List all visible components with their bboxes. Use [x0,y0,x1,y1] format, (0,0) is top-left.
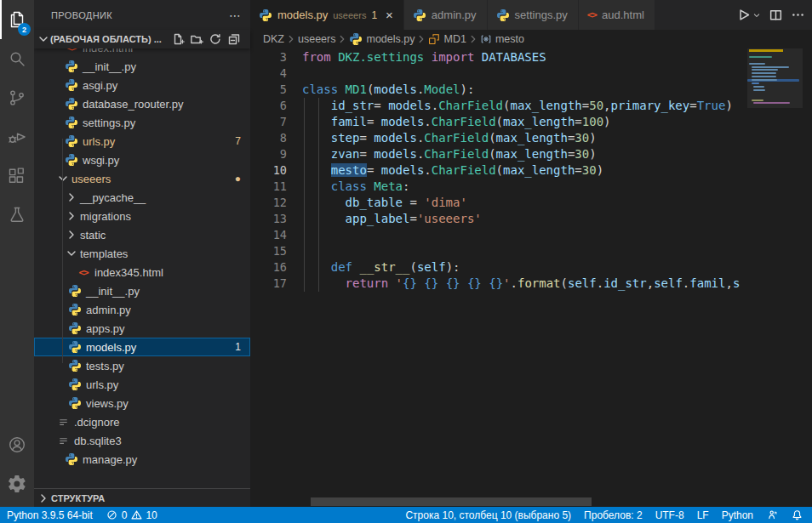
tree-item-label: wsgi.py [83,154,119,167]
tree-item-useeers[interactable]: useeers● [34,169,250,188]
tree-item-migrations[interactable]: migrations [34,207,250,225]
tree-item-admin.py[interactable]: admin.py [34,300,250,319]
tree-item-urls.py[interactable]: urls.py [34,375,250,394]
code-line-8[interactable]: 8 step= models.CharField(max_length=30) [250,130,747,146]
tree-item-templates[interactable]: templates [34,244,250,263]
activitybar-run-and-debug[interactable] [0,117,34,156]
breadcrumb-item-mesto[interactable]: mesto [480,33,524,45]
new-file-icon[interactable] [170,31,186,47]
line-content: return '{} {} {} {} {}'.format(self.id_s… [302,276,740,292]
tree-item-manage.py[interactable]: manage.py [34,450,250,469]
tree-item-asgi.py[interactable]: asgi.py [34,76,250,94]
tab-models-py[interactable]: models.pyuseeers1× [250,0,404,30]
line-number: 11 [250,179,287,195]
filelines-icon [56,434,70,447]
code-line-14[interactable]: 14 [250,227,747,243]
status-cursor-position[interactable]: Строка 10, столбец 10 (выбрано 5) [405,509,571,521]
collapse-all-icon[interactable] [226,31,242,47]
code-line-13[interactable]: 13 app_label='useeers' [250,211,747,227]
code-line-7[interactable]: 7 famil= models.CharField(max_length=100… [250,114,747,130]
more-actions-icon[interactable]: ⋯ [229,9,242,22]
tree-item-static[interactable]: static [34,225,250,244]
status-notifications[interactable] [791,509,803,521]
tree-item-index.html[interactable]: <>index.html [34,48,250,57]
tree-item-__pycache__[interactable]: __pycache__ [34,188,250,207]
status-eol[interactable]: LF [697,509,709,521]
tree-item-apps.py[interactable]: apps.py [34,319,250,338]
run-dropdown-icon[interactable] [751,6,763,25]
tree-item-settings.py[interactable]: settings.py [34,113,250,132]
activitybar-explorer[interactable]: 2 [0,0,34,39]
tree-item-tests.py[interactable]: tests.py [34,356,250,375]
new-folder-icon[interactable] [189,31,204,47]
python-icon [65,153,78,167]
line-number: 12 [250,195,287,211]
outline-section-header[interactable]: СТРУКТУРА [34,488,250,507]
tree-item-models.py[interactable]: models.py1 [34,338,250,356]
htmlfile-icon: <> [65,48,78,54]
python-icon [65,60,78,73]
activitybar-account[interactable] [0,425,34,464]
breadcrumb-item-models.py[interactable]: models.py [349,32,415,46]
code-line-4[interactable]: 4 [250,65,747,82]
horizontal-scrollbar[interactable] [311,497,592,506]
minimap-line [752,82,759,84]
tree-item-views.py[interactable]: views.py [34,394,250,412]
split-editor-icon[interactable] [766,6,785,25]
tree-item-label: admin.py [86,304,131,316]
minimap[interactable] [747,48,803,499]
status-indentation[interactable]: Пробелов: 2 [584,509,643,521]
activitybar-source-control[interactable] [0,78,34,117]
tree-item-wsgi.py[interactable]: wsgi.py [34,151,250,169]
code-line-3[interactable]: 3from DKZ.settings import DATABASES [250,49,747,65]
code-line-15[interactable]: 15 [250,243,747,259]
activitybar-settings[interactable] [0,464,34,503]
tree-item-label: useeers [71,173,111,185]
close-icon[interactable]: × [386,9,393,21]
tree-item-index345.html[interactable]: <>index345.html [34,263,250,281]
tree-item-database_roouter.py[interactable]: database_roouter.py [34,94,250,113]
code-line-11[interactable]: 11 class Meta: [250,179,747,195]
status-encoding[interactable]: UTF-8 [655,509,684,521]
status-text: 10 [146,509,157,521]
code-line-5[interactable]: 5class MD1(models.Model): [250,82,747,98]
tab-admin-py[interactable]: admin.py [404,0,488,30]
python-icon [68,321,82,335]
workspace-label: (РАБОЧАЯ ОБЛАСТЬ) ... [50,34,162,44]
code-line-17[interactable]: 17 return '{} {} {} {} {}'.format(self.i… [250,276,747,292]
tree-item-__init__.py[interactable]: __init__.py [34,281,250,300]
code-line-16[interactable]: 16 def __str__(self): [250,259,747,276]
activitybar-extensions[interactable] [0,156,34,196]
status-text: Пробелов: 2 [584,509,643,521]
status-feedback[interactable] [766,509,778,521]
breadcrumb-item-DKZ[interactable]: DKZ [263,33,284,45]
refresh-icon[interactable] [208,31,223,47]
status-language-mode[interactable]: Python [722,509,753,521]
tab-aud-html[interactable]: <>aud.html [579,0,655,30]
status-python-interpreter[interactable]: Python 3.9.5 64-bit [7,509,93,521]
code-editor[interactable]: 3from DKZ.settings import DATABASES45cla… [250,49,747,292]
tree-item-db.sqlite3[interactable]: db.sqlite3 [34,431,250,450]
more-actions-icon[interactable] [788,6,807,25]
workspace-section-header[interactable]: (РАБОЧАЯ ОБЛАСТЬ) ... [34,30,250,48]
tab-settings-py[interactable]: settings.py [488,0,579,30]
activitybar-testing[interactable] [0,196,34,235]
breadcrumb-item-useeers[interactable]: useeers [298,33,335,45]
line-content: def __str__(self): [302,259,460,276]
line-number: 17 [250,276,287,292]
tab-label: settings.py [515,9,568,21]
tree-item-label: db.sqlite3 [74,435,122,447]
run-python-file-icon[interactable] [734,6,752,25]
code-line-6[interactable]: 6 id_str= models.CharField(max_length=50… [250,98,747,114]
code-line-9[interactable]: 9 zvan= models.CharField(max_length=30) [250,146,747,162]
line-number: 15 [250,243,287,259]
code-line-12[interactable]: 12 db_table = 'dima' [250,195,747,211]
tree-item-urls.py[interactable]: urls.py7 [34,132,250,151]
tree-item-.dcignore[interactable]: .dcignore [34,412,250,431]
status-problems[interactable]: 010 [106,509,157,521]
breadcrumb-item-MD1[interactable]: MD1 [428,33,466,45]
tree-item-__init__.py[interactable]: __init__.py [34,57,250,76]
activitybar-search[interactable] [0,39,34,78]
code-line-10[interactable]: 10 mesto= models.CharField(max_length=30… [250,162,747,179]
run-and-debug-icon [7,127,27,147]
